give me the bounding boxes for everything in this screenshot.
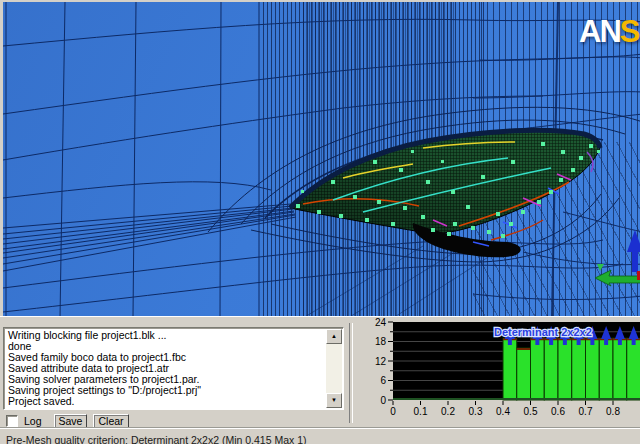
svg-text:12: 12 — [375, 356, 387, 367]
ansys-logo-s: S — [620, 14, 639, 49]
scroll-up-icon: ▲ — [331, 333, 337, 339]
svg-text:0.2: 0.2 — [441, 406, 455, 417]
message-log-lines: Writing blocking file project1.blk ... d… — [4, 328, 326, 409]
svg-text:0.5: 0.5 — [524, 406, 538, 417]
svg-text:24: 24 — [375, 317, 387, 328]
svg-text:0.7: 0.7 — [579, 406, 593, 417]
log-scrollbar[interactable]: ▲ ▼ — [326, 329, 342, 408]
ansys-logo-an: AN — [579, 14, 620, 49]
scroll-down-icon: ▼ — [331, 397, 337, 403]
status-bar: Pre-Mesh quality criterion: Determinant … — [0, 427, 640, 444]
svg-text:0.3: 0.3 — [469, 406, 483, 417]
log-checkbox[interactable] — [6, 415, 18, 427]
coordinate-triad — [595, 230, 640, 286]
status-bar-text: Pre-Mesh quality criterion: Determinant … — [6, 434, 307, 444]
message-panel: Writing blocking file project1.blk ... d… — [0, 316, 640, 427]
histogram-svg: 0612182400.10.20.30.40.50.60.70.8Determi… — [352, 317, 640, 427]
svg-text:0.6: 0.6 — [551, 406, 565, 417]
triad-x-arrow-icon — [595, 270, 640, 286]
mesh-3d-viewport[interactable]: ANS — [0, 0, 640, 316]
message-log-listbox[interactable]: Writing blocking file project1.blk ... d… — [3, 327, 344, 410]
log-checkbox-label: Log — [24, 415, 42, 427]
svg-text:Determinant 2x2x2: Determinant 2x2x2 — [494, 326, 592, 338]
ansys-logo: ANS — [579, 14, 638, 50]
blocking-mesh-overlay — [3, 2, 640, 316]
log-line: Writing blocking file project1.blk ... — [8, 330, 322, 341]
scroll-up-button[interactable]: ▲ — [326, 329, 342, 344]
svg-text:0.1: 0.1 — [414, 406, 428, 417]
svg-text:0.4: 0.4 — [496, 406, 510, 417]
svg-text:0: 0 — [390, 406, 396, 417]
svg-text:0.8: 0.8 — [606, 406, 620, 417]
triad-z-arrow-icon — [627, 230, 640, 252]
scroll-down-button[interactable]: ▼ — [326, 393, 342, 408]
svg-text:18: 18 — [375, 336, 387, 347]
icem-cfd-window: { "viewport": { "logo_an": "AN", "logo_s… — [0, 0, 640, 444]
svg-text:0: 0 — [380, 395, 386, 406]
log-line: Project saved. — [8, 396, 322, 407]
svg-text:6: 6 — [380, 375, 386, 386]
quality-histogram[interactable]: 0612182400.10.20.30.40.50.60.70.8Determi… — [352, 317, 640, 427]
